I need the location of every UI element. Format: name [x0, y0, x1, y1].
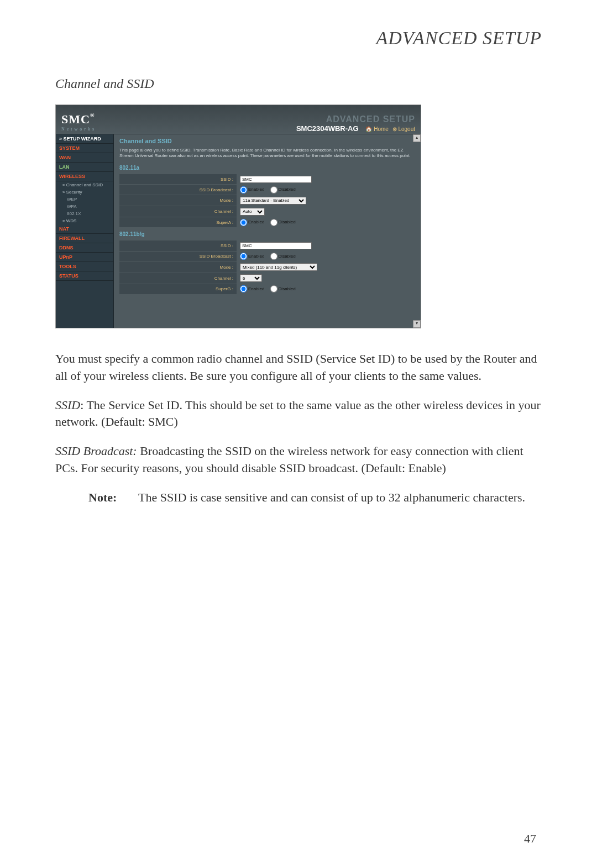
supera-disabled-radio[interactable]	[270, 219, 277, 226]
brand-text: SMC	[61, 112, 90, 126]
sidebar-sub-8021x[interactable]: 802.1X	[56, 210, 113, 217]
scroll-up-icon[interactable]: ▴	[413, 134, 421, 142]
sidebar-item-setup-wizard[interactable]: » SETUP WIZARD	[56, 134, 113, 144]
sidebar-item-tools[interactable]: TOOLS	[56, 262, 113, 271]
content-description: This page allows you to define SSID, Tra…	[119, 148, 415, 159]
paragraph-1: You must specify a common radio channel …	[55, 351, 542, 385]
label-channel-a: Channel :	[119, 206, 237, 217]
sidebar-sub-channel-ssid[interactable]: » Channel and SSID	[56, 181, 113, 189]
sidebar-sub-wep[interactable]: WEP	[56, 196, 113, 203]
enabled-label-2: Enabled	[248, 219, 264, 224]
mode-select-bg[interactable]: Mixed (11b and 11g clients)	[240, 263, 317, 271]
sidebar-item-wireless[interactable]: WIRELESS	[56, 172, 113, 181]
ssid-text: : The Service Set ID. This should be set…	[55, 398, 541, 429]
label-mode-bg: Mode :	[119, 262, 237, 273]
band-bg-title: 802.11b/g	[119, 231, 415, 237]
enabled-label: Enabled	[248, 187, 264, 192]
sidebar-item-ddns[interactable]: DDNS	[56, 243, 113, 253]
disabled-label-4: Disabled	[279, 286, 296, 291]
channel-select-bg[interactable]: 6	[240, 274, 262, 282]
config-table-a: SSID : SSID Broadcast : Enabled Disabled…	[119, 174, 415, 228]
disabled-label-3: Disabled	[279, 254, 296, 259]
sidebar-item-firewall[interactable]: FIREWALL	[56, 234, 113, 243]
document-body: You must specify a common radio channel …	[55, 351, 542, 506]
sidebar-item-system[interactable]: SYSTEM	[56, 144, 113, 153]
router-logo: SMC® N e t w o r k s	[56, 109, 119, 134]
supera-enabled-radio[interactable]	[240, 219, 247, 226]
sidebar-sub-wds[interactable]: » WDS	[56, 217, 113, 224]
content-title: Channel and SSID	[119, 138, 415, 144]
label-ssid-bg: SSID :	[119, 240, 237, 251]
logout-icon: ⊗	[392, 126, 397, 132]
sidebar-item-lan[interactable]: LAN	[56, 163, 113, 172]
mode-select-a[interactable]: 11a Standard - Enabled	[240, 197, 306, 205]
router-advanced-label: ADVANCED SETUP	[119, 114, 415, 124]
note-label: Note:	[88, 489, 138, 506]
broadcast-bg-disabled-radio[interactable]	[270, 253, 277, 260]
paragraph-ssid: SSID: The Service Set ID. This should be…	[55, 397, 542, 431]
logout-link[interactable]: ⊗ Logout	[392, 126, 415, 132]
label-supera: SuperA :	[119, 217, 237, 228]
sidebar-item-upnp[interactable]: UPnP	[56, 253, 113, 262]
disabled-label-2: Disabled	[279, 219, 296, 224]
page-number: 47	[524, 832, 536, 846]
router-screenshot: SMC® N e t w o r k s ADVANCED SETUP SMC2…	[55, 104, 421, 328]
broadcast-a-enabled-radio[interactable]	[240, 186, 247, 194]
disabled-label: Disabled	[279, 187, 296, 192]
superg-enabled-radio[interactable]	[240, 285, 247, 292]
label-superg: SuperG :	[119, 284, 237, 294]
router-header: SMC® N e t w o r k s ADVANCED SETUP SMC2…	[56, 105, 421, 134]
label-broadcast-bg: SSID Broadcast :	[119, 251, 237, 262]
sidebar-item-status[interactable]: STATUS	[56, 271, 113, 281]
sidebar-item-wan[interactable]: WAN	[56, 153, 113, 163]
enabled-label-3: Enabled	[248, 254, 264, 259]
brand-reg: ®	[90, 112, 95, 118]
router-content: ▴ Channel and SSID This page allows you …	[114, 134, 421, 328]
broadcast-a-disabled-radio[interactable]	[270, 186, 277, 194]
ssid-input-a[interactable]	[240, 176, 312, 183]
ssid-input-bg[interactable]	[240, 242, 312, 249]
config-table-bg: SSID : SSID Broadcast : Enabled Disabled…	[119, 240, 415, 295]
sidebar-sub-wpa[interactable]: WPA	[56, 203, 113, 210]
enabled-label-4: Enabled	[248, 286, 264, 291]
label-ssid-a: SSID :	[119, 174, 237, 185]
note-row: Note: The SSID is case sensitive and can…	[88, 489, 542, 506]
page-header-title: ADVANCED SETUP	[55, 28, 542, 49]
home-icon: 🏠	[365, 126, 372, 132]
router-sidebar: » SETUP WIZARD SYSTEM WAN LAN WIRELESS »…	[56, 134, 114, 328]
channel-select-a[interactable]: Auto	[240, 208, 265, 216]
label-channel-bg: Channel :	[119, 273, 237, 284]
label-mode-a: Mode :	[119, 195, 237, 206]
sidebar-item-nat[interactable]: NAT	[56, 224, 113, 234]
sidebar-sub-security[interactable]: » Security	[56, 189, 113, 196]
broadcast-label: SSID Broadcast:	[55, 444, 137, 458]
home-link[interactable]: 🏠 Home	[365, 126, 388, 132]
superg-disabled-radio[interactable]	[270, 285, 277, 292]
label-broadcast-a: SSID Broadcast :	[119, 185, 237, 195]
scroll-down-icon[interactable]: ▾	[413, 320, 421, 328]
broadcast-bg-enabled-radio[interactable]	[240, 253, 247, 260]
ssid-label: SSID	[55, 398, 80, 412]
brand-sub: N e t w o r k s	[61, 127, 119, 132]
paragraph-broadcast: SSID Broadcast: Broadcasting the SSID on…	[55, 443, 542, 477]
router-model: SMC2304WBR-AG	[296, 124, 359, 133]
note-text: The SSID is case sensitive and can consi…	[138, 489, 525, 506]
section-title: Channel and SSID	[55, 76, 542, 91]
band-a-title: 802.11a	[119, 165, 415, 171]
